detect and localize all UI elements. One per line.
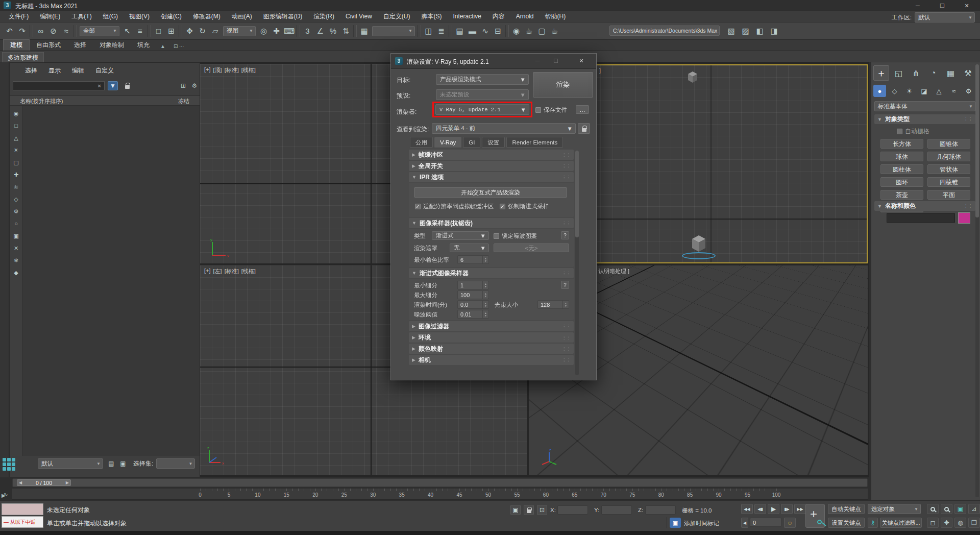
explorer-object-list[interactable]: ◉□△☀▢✚≋◇⚙○▣✕❄◆ [10, 106, 200, 456]
render-time-spinner[interactable]: 0.0▲▼ [457, 300, 489, 309]
select-by-name-icon[interactable]: ≡ [134, 25, 146, 38]
maximize-button[interactable]: ☐ [931, 0, 953, 11]
rendered-frame-window-icon[interactable]: ▢ [535, 25, 548, 38]
bottom-rollout-header-1[interactable]: ▶环境⋮⋮ [409, 332, 574, 343]
display-tab[interactable]: ▦ [943, 65, 959, 81]
project-folder-field[interactable]: C:\Users\Administrator\Documents\3ds Max… [609, 26, 720, 36]
ribbon-tab-1[interactable]: 自由形式 [30, 40, 67, 51]
y-coordinate-field[interactable] [601, 505, 632, 515]
next-frame-button[interactable]: ▮▶ [781, 504, 793, 514]
viewport-top-label-1[interactable]: [顶] [213, 66, 222, 74]
filter-helpers-icon[interactable]: ✚ [12, 170, 21, 179]
time-tag-icon[interactable]: ▣ [670, 518, 681, 528]
panel-scrollbar[interactable] [975, 64, 979, 497]
key-selection-dropdown[interactable]: 选定对象▼ [868, 504, 921, 514]
render-dialog-tab-1[interactable]: V-Ray [434, 137, 461, 148]
render-setup-icon[interactable]: ☕ [523, 25, 535, 38]
create-tab[interactable]: ＋ [873, 65, 889, 81]
spinner-snap-icon[interactable]: ⇅ [339, 25, 352, 38]
menu-item-2[interactable]: 工具(T) [66, 11, 97, 22]
save-file-checkbox[interactable] [535, 107, 541, 113]
viewport-left-label-3[interactable]: [线框] [241, 268, 256, 275]
filter-spacewarps-icon[interactable]: ≋ [12, 182, 21, 191]
primitive-category-dropdown[interactable]: 标准基本体▼ [874, 101, 975, 111]
explorer-menu-2[interactable]: 编辑 [72, 66, 84, 75]
zoom-extents-icon[interactable]: ▣ [954, 504, 966, 514]
start-ipr-button[interactable]: 开始交互式产品级渲染 [414, 187, 567, 198]
open-state-sets-icon[interactable]: ◧ [753, 25, 766, 38]
name-column-header[interactable]: 名称(按升序排序) [20, 98, 63, 105]
spacewarps-category[interactable]: ≈ [947, 85, 960, 97]
use-pivot-center-icon[interactable]: ◎ [257, 25, 270, 38]
target-dropdown[interactable]: 产品级渲染模式▼ [436, 74, 529, 85]
render-mask-dropdown[interactable]: 无▼ [450, 244, 489, 252]
column-settings-icon[interactable]: ⚙ [189, 81, 200, 90]
filter-geometry-icon[interactable]: □ [12, 121, 21, 130]
bind-to-space-warp-icon[interactable]: ≈ [60, 25, 72, 38]
menu-item-0[interactable]: 文件(F) [3, 11, 34, 22]
geometry-category[interactable]: ● [873, 85, 886, 97]
explorer-sync-icon[interactable]: ▣ [118, 459, 128, 468]
filter-bones-icon[interactable]: ○ [12, 219, 21, 228]
freeze-column-header[interactable]: 冻结 [178, 98, 189, 105]
redo-icon[interactable]: ↷ [16, 25, 29, 38]
lock-icon[interactable] [122, 81, 132, 90]
object-type-button-6[interactable]: 圆环 [880, 177, 923, 187]
menu-item-15[interactable]: Arnold [510, 11, 540, 22]
menu-item-7[interactable]: 动画(A) [226, 11, 258, 22]
ribbon-tab-0[interactable]: 建模 [3, 39, 30, 51]
selection-filter-dropdown[interactable]: 全部▼ [80, 26, 119, 36]
x-coordinate-field[interactable] [557, 505, 588, 515]
filter-frozen-icon[interactable]: ❄ [12, 256, 21, 265]
bottom-rollout-header-3[interactable]: ▶相机⋮⋮ [409, 355, 574, 365]
help-button[interactable]: ? [561, 281, 569, 289]
menu-item-14[interactable]: 内容 [487, 11, 510, 22]
filter-icon[interactable]: ▼ [108, 81, 118, 90]
ray-bundle-spinner[interactable]: 128▲▼ [537, 300, 569, 309]
object-type-button-4[interactable]: 圆柱体 [880, 164, 923, 174]
viewport-left-label-1[interactable]: [左] [213, 268, 222, 275]
filter-all-icon[interactable]: ◉ [12, 109, 21, 118]
layer-explorer-icon[interactable]: ▤ [453, 25, 466, 38]
viewport-left-label-2[interactable]: [标准] [225, 268, 239, 275]
progressive-sampler-rollout-header[interactable]: ▼ 渐进式图像采样器⋮⋮ [409, 268, 574, 278]
utilities-tab[interactable]: ⚒ [960, 65, 976, 81]
explorer-menu-3[interactable]: 自定义 [95, 66, 114, 75]
fit-resolution-checkbox[interactable]: ✓ [415, 204, 421, 209]
shapes-category[interactable]: ◇ [888, 85, 901, 97]
render-dialog-tab-2[interactable]: GI [463, 137, 480, 148]
object-type-button-1[interactable]: 圆锥体 [927, 139, 970, 149]
render-production-icon[interactable]: ☕ [548, 25, 561, 38]
set-key-button[interactable]: 设置关键点 [828, 518, 865, 528]
toggle-ribbon-icon[interactable]: ▬ [466, 25, 479, 38]
open-explorer-icon[interactable]: ▧ [725, 25, 738, 38]
undo-icon[interactable]: ↶ [3, 25, 16, 38]
select-and-rotate-icon[interactable]: ↻ [196, 25, 209, 38]
edit-named-selections-icon[interactable]: ▦ [358, 25, 371, 38]
select-and-scale-icon[interactable]: ▱ [209, 25, 222, 38]
helpers-category[interactable]: △ [933, 85, 945, 97]
new-key-mode-icon[interactable]: ⚷ [868, 518, 878, 528]
menu-item-16[interactable]: 帮助(H) [540, 11, 572, 22]
select-and-move-icon[interactable]: ✥ [183, 25, 196, 38]
select-object-icon[interactable]: ↖ [121, 25, 134, 38]
menu-item-12[interactable]: 脚本(S) [415, 11, 447, 22]
name-color-rollout-header[interactable]: ▼ 名称和颜色⋮⋮ [874, 201, 975, 211]
filter-containers-icon[interactable]: ▣ [12, 231, 21, 240]
transform-typein-icon[interactable]: ⊡ [537, 505, 547, 515]
filter-cameras-icon[interactable]: ▢ [12, 158, 21, 167]
orbit-icon[interactable]: ◍ [954, 518, 966, 528]
filter-hidden-icon[interactable]: ✕ [12, 244, 21, 253]
bottom-rollout-header-0[interactable]: ▶图像过滤器⋮⋮ [409, 321, 574, 331]
angle-snap-icon[interactable]: ∠ [314, 25, 327, 38]
pan-icon[interactable]: ✥ [941, 518, 952, 528]
viewport-top-label-2[interactable]: [标准] [225, 66, 239, 74]
select-and-manipulate-icon[interactable]: ✚ [270, 25, 283, 38]
viewport-label-clipped[interactable]: 认明暗处理 ] [598, 268, 629, 275]
render-dialog-tab-0[interactable]: 公用 [410, 137, 433, 148]
help-button[interactable]: ? [561, 231, 569, 239]
menu-item-3[interactable]: 组(G) [97, 11, 124, 22]
filter-lights-icon[interactable]: ☀ [12, 145, 21, 155]
curve-editor-icon[interactable]: ∿ [479, 25, 492, 38]
previous-frame-button[interactable]: ◀▮ [754, 504, 766, 514]
